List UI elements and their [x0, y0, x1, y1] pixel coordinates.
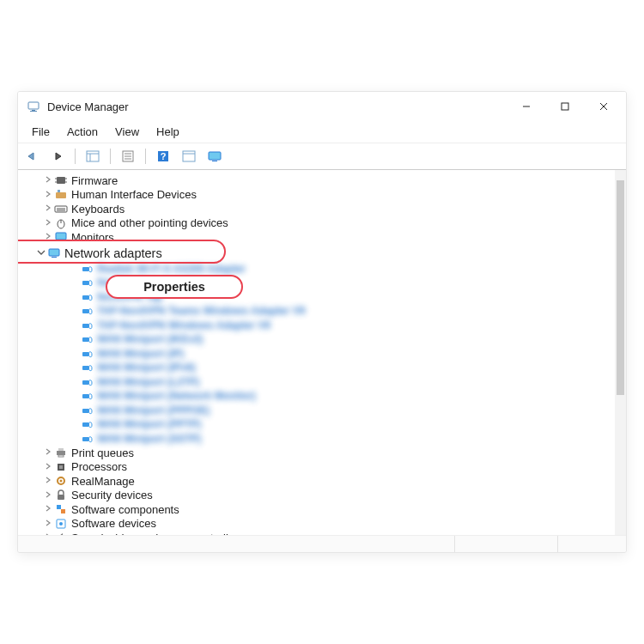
expander-icon[interactable]	[42, 532, 54, 535]
tree-category[interactable]: Monitors	[23, 230, 626, 245]
separator	[110, 149, 111, 164]
mouse-icon	[54, 216, 68, 230]
svg-rect-20	[57, 177, 65, 184]
expander-icon[interactable]	[42, 489, 54, 501]
tree-category-network-adapters[interactable]: Network adapters	[23, 245, 626, 262]
network-adapter-item[interactable]: TAP-NordVPN Teams Windows Adapter V9	[23, 304, 626, 319]
tree-category[interactable]: Sound, video and game controllers	[23, 531, 626, 535]
svg-rect-44	[82, 380, 89, 385]
menu-file[interactable]: File	[23, 123, 58, 141]
svg-rect-1	[32, 110, 35, 111]
printer-icon	[54, 446, 68, 459]
app-icon	[27, 100, 40, 113]
tree-item-label: Print queues	[71, 447, 134, 459]
status-cell-2	[454, 536, 557, 552]
minimize-button[interactable]	[507, 94, 545, 119]
tree-item-label: WAN Miniport (L2TP)	[97, 376, 199, 388]
tree-category[interactable]: RealManage	[23, 474, 626, 489]
scan-button[interactable]	[179, 147, 199, 166]
tree-item-label: WAN Miniport (IKEv2)	[97, 333, 203, 345]
forward-button[interactable]	[47, 147, 68, 166]
svg-rect-35	[52, 257, 57, 258]
network-adapter-item[interactable]: WAN Miniport (IKEv2)	[23, 332, 626, 347]
tree-category[interactable]: Software components	[23, 502, 626, 517]
tree-item-label: Keyboards	[71, 203, 125, 216]
network-adapter-item[interactable]: WAN Miniport (Network Monitor)	[23, 389, 626, 404]
adapter-icon	[80, 332, 94, 346]
back-button[interactable]	[21, 147, 42, 166]
adapter-icon	[80, 404, 94, 417]
tree-item-label: Monitors	[71, 231, 114, 244]
tree-category[interactable]: Software devices	[23, 517, 626, 532]
expander-icon[interactable]	[35, 247, 47, 259]
network-adapter-item[interactable]: TAP-NordVPN Windows Adapter V9	[23, 319, 626, 333]
network-adapter-item[interactable]: WAN Miniport (L2TP)	[23, 375, 626, 390]
svg-rect-58	[61, 509, 65, 513]
help-button[interactable]: ?	[153, 147, 173, 166]
svg-rect-53	[59, 465, 63, 469]
properties-toolbar-button[interactable]	[118, 147, 138, 166]
toolbar: ?	[18, 143, 626, 170]
network-adapter-item[interactable]: WAN Miniport (PPTP)	[23, 417, 626, 432]
svg-rect-33	[59, 240, 63, 241]
menubar: File Action View Help	[18, 121, 626, 143]
statusbar	[18, 535, 626, 552]
show-hide-tree-button[interactable]	[82, 147, 103, 166]
expander-icon[interactable]	[42, 518, 54, 530]
tree-item-label: WAN Miniport (IPv6)	[97, 361, 196, 374]
network-adapter-item[interactable]: WAN Miniport (PPPOE)	[23, 404, 626, 418]
tree-category[interactable]: Mice and other pointing devices	[23, 216, 626, 231]
tree-category[interactable]: Human Interface Devices	[23, 188, 626, 203]
tree-item-label: TAP-NordVPN Windows Adapter V9	[97, 319, 270, 331]
network-adapter-item[interactable]: Realtek Wi-Fi 6 AX200 Adapter	[23, 262, 626, 276]
tree-item-label: Realtek Wi-Fi 6 AX200 Adapter	[97, 263, 246, 275]
svg-rect-48	[82, 437, 89, 441]
menu-help[interactable]: Help	[148, 123, 188, 141]
close-button[interactable]	[584, 94, 623, 119]
network-adapter-item[interactable]: WAN Miniport (IP)	[23, 347, 626, 361]
menu-action[interactable]: Action	[58, 123, 106, 141]
separator	[145, 149, 146, 164]
svg-rect-50	[58, 448, 64, 451]
device-tree[interactable]: FirmwareHuman Interface DevicesKeyboards…	[18, 170, 626, 535]
expander-icon[interactable]	[42, 475, 54, 487]
device-manager-window: Device Manager File Action View Help ? F…	[17, 91, 627, 553]
expander-icon[interactable]	[42, 231, 54, 243]
svg-rect-43	[82, 366, 89, 370]
tree-category[interactable]: Firmware	[23, 173, 626, 188]
tree-category[interactable]: Keyboards	[23, 202, 626, 216]
properties-label: Properties	[143, 280, 205, 294]
expander-icon[interactable]	[42, 503, 54, 515]
maximize-button[interactable]	[545, 94, 584, 119]
tree-item-label: Software components	[71, 503, 179, 516]
properties-context-item[interactable]: Properties	[106, 275, 243, 299]
expander-icon[interactable]	[42, 189, 54, 201]
adapter-icon	[80, 262, 94, 276]
svg-rect-32	[56, 233, 66, 240]
menu-view[interactable]: View	[106, 123, 148, 141]
tree-category[interactable]: Print queues	[23, 446, 626, 460]
svg-rect-57	[57, 505, 61, 509]
display-button[interactable]	[204, 147, 225, 166]
window-title: Device Manager	[47, 100, 507, 113]
tree-category[interactable]: Security devices	[23, 489, 626, 503]
keyboard-icon	[54, 202, 68, 216]
adapter-icon	[80, 432, 94, 446]
tree-category[interactable]: Processors	[23, 460, 626, 475]
scroll-thumb[interactable]	[617, 180, 624, 395]
svg-rect-39	[82, 309, 89, 313]
network-adapter-item[interactable]: WAN Miniport (SSTP)	[23, 432, 626, 447]
expander-icon[interactable]	[42, 174, 54, 186]
status-cell-3	[557, 536, 626, 552]
vertical-scrollbar[interactable]	[615, 170, 626, 535]
expander-icon[interactable]	[42, 447, 54, 459]
expander-icon[interactable]	[42, 203, 54, 215]
network-adapter-item[interactable]: WAN Miniport (IPv6)	[23, 361, 626, 375]
sound-icon	[54, 531, 68, 535]
expander-icon[interactable]	[42, 461, 54, 473]
expander-icon[interactable]	[42, 217, 54, 229]
tree-item-label: Processors	[71, 460, 127, 473]
tree-item-label: WAN Miniport (IP)	[97, 348, 184, 360]
svg-rect-0	[28, 102, 39, 109]
adapter-icon	[80, 290, 94, 304]
